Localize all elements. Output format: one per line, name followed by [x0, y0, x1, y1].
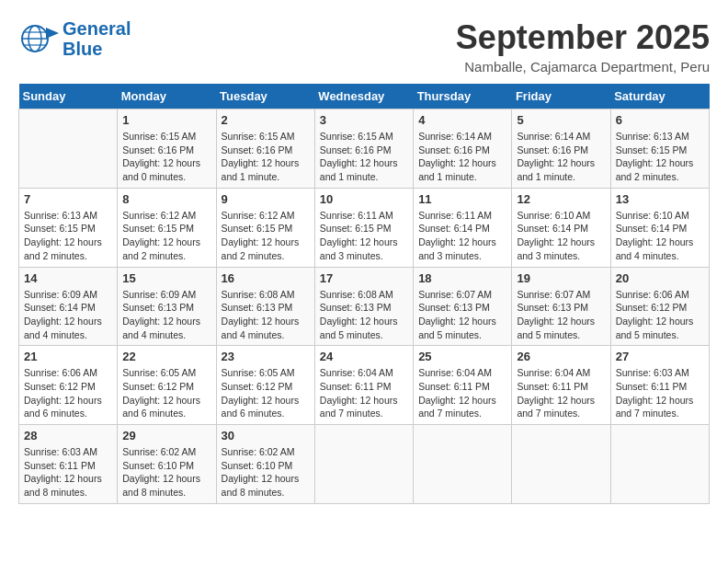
day-number: 14: [24, 271, 112, 285]
calendar-cell: 26Sunrise: 6:04 AMSunset: 6:11 PMDayligh…: [512, 346, 610, 425]
day-info: Sunrise: 6:14 AMSunset: 6:16 PMDaylight:…: [418, 130, 506, 184]
day-number: 15: [122, 271, 210, 285]
calendar-week-row: 7Sunrise: 6:13 AMSunset: 6:15 PMDaylight…: [19, 188, 710, 267]
logo-text: General Blue: [63, 18, 131, 59]
day-info: Sunrise: 6:15 AMSunset: 6:16 PMDaylight:…: [122, 130, 210, 184]
calendar-week-row: 21Sunrise: 6:06 AMSunset: 6:12 PMDayligh…: [19, 346, 710, 425]
day-number: 29: [122, 429, 210, 442]
page-header: General Blue September 2025 Namballe, Ca…: [18, 18, 710, 75]
day-info: Sunrise: 6:02 AMSunset: 6:10 PMDaylight:…: [222, 445, 310, 500]
calendar-cell: 13Sunrise: 6:10 AMSunset: 6:14 PMDayligh…: [610, 188, 709, 267]
day-info: Sunrise: 6:06 AMSunset: 6:12 PMDaylight:…: [616, 288, 704, 342]
day-number: 28: [24, 429, 112, 442]
day-number: 6: [616, 113, 704, 127]
day-info: Sunrise: 6:06 AMSunset: 6:12 PMDaylight:…: [24, 366, 112, 420]
calendar-week-row: 28Sunrise: 6:03 AMSunset: 6:11 PMDayligh…: [19, 425, 710, 504]
day-number: 3: [320, 113, 408, 127]
calendar-cell: 29Sunrise: 6:02 AMSunset: 6:10 PMDayligh…: [118, 425, 216, 504]
day-number: 4: [418, 113, 506, 127]
calendar-cell: 8Sunrise: 6:12 AMSunset: 6:15 PMDaylight…: [118, 188, 216, 267]
calendar-cell: 4Sunrise: 6:14 AMSunset: 6:16 PMDaylight…: [414, 109, 512, 189]
day-info: Sunrise: 6:07 AMSunset: 6:13 PMDaylight:…: [517, 288, 605, 342]
day-info: Sunrise: 6:12 AMSunset: 6:15 PMDaylight:…: [222, 209, 310, 263]
day-number: 8: [122, 192, 210, 206]
calendar-cell: [414, 425, 512, 504]
calendar-cell: 27Sunrise: 6:03 AMSunset: 6:11 PMDayligh…: [610, 346, 709, 425]
calendar-cell: 10Sunrise: 6:11 AMSunset: 6:15 PMDayligh…: [314, 188, 413, 267]
calendar-cell: 24Sunrise: 6:04 AMSunset: 6:11 PMDayligh…: [314, 346, 413, 425]
day-number: 7: [24, 192, 112, 206]
day-info: Sunrise: 6:13 AMSunset: 6:15 PMDaylight:…: [24, 209, 112, 263]
day-number: 1: [122, 113, 210, 127]
day-info: Sunrise: 6:12 AMSunset: 6:15 PMDaylight:…: [122, 209, 210, 263]
calendar-cell: 16Sunrise: 6:08 AMSunset: 6:13 PMDayligh…: [216, 267, 314, 346]
month-title: September 2025: [456, 18, 710, 57]
title-block: September 2025 Namballe, Cajamarca Depar…: [456, 18, 710, 75]
calendar-cell: 19Sunrise: 6:07 AMSunset: 6:13 PMDayligh…: [512, 267, 610, 346]
day-info: Sunrise: 6:04 AMSunset: 6:11 PMDaylight:…: [517, 366, 605, 420]
day-number: 22: [122, 350, 210, 363]
day-number: 11: [418, 192, 506, 206]
calendar-cell: 2Sunrise: 6:15 AMSunset: 6:16 PMDaylight…: [216, 109, 314, 189]
calendar-cell: 9Sunrise: 6:12 AMSunset: 6:15 PMDaylight…: [216, 188, 314, 267]
logo: General Blue: [18, 18, 131, 59]
day-info: Sunrise: 6:10 AMSunset: 6:14 PMDaylight:…: [517, 209, 605, 263]
day-info: Sunrise: 6:03 AMSunset: 6:11 PMDaylight:…: [616, 366, 704, 420]
day-number: 19: [517, 271, 605, 285]
day-info: Sunrise: 6:09 AMSunset: 6:13 PMDaylight:…: [122, 288, 210, 342]
day-number: 17: [320, 271, 408, 285]
day-info: Sunrise: 6:05 AMSunset: 6:12 PMDaylight:…: [122, 366, 210, 420]
day-number: 18: [418, 271, 506, 285]
day-info: Sunrise: 6:04 AMSunset: 6:11 PMDaylight:…: [418, 366, 506, 420]
calendar-week-row: 14Sunrise: 6:09 AMSunset: 6:14 PMDayligh…: [19, 267, 710, 346]
day-info: Sunrise: 6:08 AMSunset: 6:13 PMDaylight:…: [222, 288, 310, 342]
day-number: 9: [222, 192, 310, 206]
calendar-cell: 18Sunrise: 6:07 AMSunset: 6:13 PMDayligh…: [414, 267, 512, 346]
day-number: 13: [616, 192, 704, 206]
day-info: Sunrise: 6:03 AMSunset: 6:11 PMDaylight:…: [24, 445, 112, 500]
day-info: Sunrise: 6:14 AMSunset: 6:16 PMDaylight:…: [517, 130, 605, 184]
location-title: Namballe, Cajamarca Department, Peru: [456, 59, 710, 75]
calendar-cell: 14Sunrise: 6:09 AMSunset: 6:14 PMDayligh…: [19, 267, 118, 346]
day-info: Sunrise: 6:15 AMSunset: 6:16 PMDaylight:…: [222, 130, 310, 184]
col-tuesday: Tuesday: [216, 84, 314, 109]
calendar-cell: 7Sunrise: 6:13 AMSunset: 6:15 PMDaylight…: [19, 188, 118, 267]
day-number: 23: [222, 350, 310, 363]
day-info: Sunrise: 6:02 AMSunset: 6:10 PMDaylight:…: [122, 445, 210, 500]
col-wednesday: Wednesday: [314, 84, 413, 109]
calendar-cell: 30Sunrise: 6:02 AMSunset: 6:10 PMDayligh…: [216, 425, 314, 504]
day-number: 5: [517, 113, 605, 127]
day-number: 2: [222, 113, 310, 127]
day-number: 10: [320, 192, 408, 206]
col-monday: Monday: [118, 84, 216, 109]
calendar-cell: 3Sunrise: 6:15 AMSunset: 6:16 PMDaylight…: [314, 109, 413, 189]
day-number: 20: [616, 271, 704, 285]
calendar-header-row: Sunday Monday Tuesday Wednesday Thursday…: [19, 84, 710, 109]
day-info: Sunrise: 6:08 AMSunset: 6:13 PMDaylight:…: [320, 288, 408, 342]
day-number: 12: [517, 192, 605, 206]
calendar-cell: 28Sunrise: 6:03 AMSunset: 6:11 PMDayligh…: [19, 425, 118, 504]
calendar-table: Sunday Monday Tuesday Wednesday Thursday…: [18, 84, 710, 504]
col-saturday: Saturday: [610, 84, 709, 109]
calendar-cell: 22Sunrise: 6:05 AMSunset: 6:12 PMDayligh…: [118, 346, 216, 425]
day-info: Sunrise: 6:09 AMSunset: 6:14 PMDaylight:…: [24, 288, 112, 342]
calendar-cell: 1Sunrise: 6:15 AMSunset: 6:16 PMDaylight…: [118, 109, 216, 189]
calendar-cell: 23Sunrise: 6:05 AMSunset: 6:12 PMDayligh…: [216, 346, 314, 425]
day-number: 16: [222, 271, 310, 285]
calendar-cell: 6Sunrise: 6:13 AMSunset: 6:15 PMDaylight…: [610, 109, 709, 189]
logo-icon: [18, 20, 59, 57]
col-thursday: Thursday: [414, 84, 512, 109]
calendar-cell: 21Sunrise: 6:06 AMSunset: 6:12 PMDayligh…: [19, 346, 118, 425]
calendar-cell: 5Sunrise: 6:14 AMSunset: 6:16 PMDaylight…: [512, 109, 610, 189]
day-info: Sunrise: 6:11 AMSunset: 6:14 PMDaylight:…: [418, 209, 506, 263]
calendar-cell: [512, 425, 610, 504]
day-info: Sunrise: 6:10 AMSunset: 6:14 PMDaylight:…: [616, 209, 704, 263]
day-info: Sunrise: 6:13 AMSunset: 6:15 PMDaylight:…: [616, 130, 704, 184]
calendar-cell: [610, 425, 709, 504]
calendar-cell: 12Sunrise: 6:10 AMSunset: 6:14 PMDayligh…: [512, 188, 610, 267]
day-info: Sunrise: 6:07 AMSunset: 6:13 PMDaylight:…: [418, 288, 506, 342]
col-friday: Friday: [512, 84, 610, 109]
day-info: Sunrise: 6:15 AMSunset: 6:16 PMDaylight:…: [320, 130, 408, 184]
day-info: Sunrise: 6:05 AMSunset: 6:12 PMDaylight:…: [222, 366, 310, 420]
calendar-cell: 25Sunrise: 6:04 AMSunset: 6:11 PMDayligh…: [414, 346, 512, 425]
